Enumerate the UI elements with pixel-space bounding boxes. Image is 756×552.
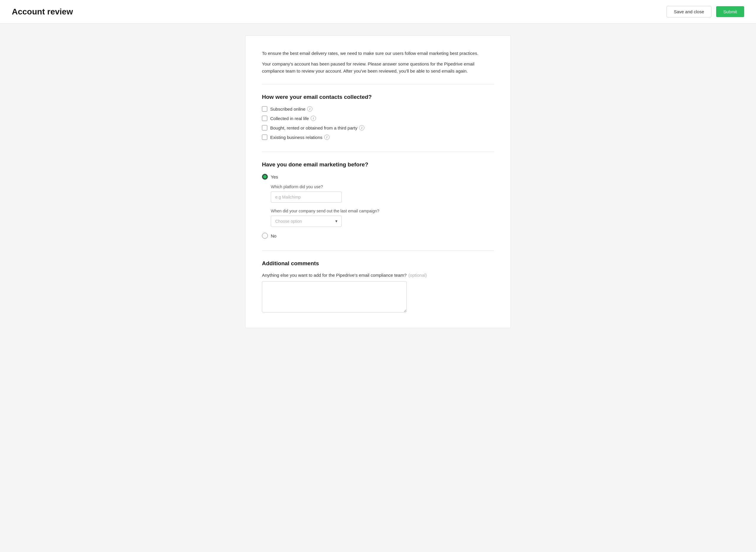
radio-item-yes: Yes Which platform did you use? When did…	[262, 174, 494, 227]
email-marketing-title: Have you done email marketing before?	[262, 161, 494, 168]
existing-business-info-icon[interactable]: i	[324, 135, 330, 140]
platform-field: Which platform did you use?	[271, 184, 494, 203]
intro-line1: To ensure the best email delivery rates,…	[262, 50, 494, 57]
divider-3	[262, 251, 494, 251]
email-marketing-radio-group: Yes Which platform did you use? When did…	[262, 174, 494, 239]
contacts-collected-title: How were your email contacts collected?	[262, 94, 494, 100]
form-card: To ensure the best email delivery rates,…	[245, 35, 511, 328]
page-header: Account review Save and close Submit	[0, 0, 756, 24]
checkbox-existing-business-input[interactable]	[262, 135, 267, 140]
header-actions: Save and close Submit	[666, 6, 744, 17]
divider-1	[262, 84, 494, 85]
intro-line2: Your company's account has been paused f…	[262, 60, 494, 75]
additional-comments-title: Additional comments	[262, 260, 494, 267]
radio-no-text: No	[271, 233, 277, 238]
divider-2	[262, 152, 494, 152]
last-campaign-select-wrapper: Choose option Last week Last month Last …	[271, 216, 342, 227]
submit-button[interactable]: Submit	[716, 6, 744, 17]
additional-comments-section: Additional comments Anything else you wa…	[262, 260, 494, 314]
bought-rented-info-icon[interactable]: i	[359, 125, 364, 130]
radio-yes-label[interactable]: Yes	[262, 174, 494, 180]
checkbox-existing-business-label: Existing business relations	[270, 135, 322, 140]
platform-label: Which platform did you use?	[271, 184, 494, 189]
platform-input[interactable]	[271, 191, 342, 203]
last-campaign-label: When did your company send out the last …	[271, 209, 494, 213]
checkbox-bought-rented-label: Bought, rented or obtained from a third …	[270, 125, 357, 130]
last-campaign-select[interactable]: Choose option Last week Last month Last …	[271, 216, 342, 227]
checkbox-subscribed-online[interactable]: Subscribed online i	[262, 106, 494, 112]
page-title: Account review	[12, 7, 73, 16]
main-content: To ensure the best email delivery rates,…	[0, 24, 756, 340]
checkbox-bought-rented[interactable]: Bought, rented or obtained from a third …	[262, 125, 494, 130]
intro-section: To ensure the best email delivery rates,…	[262, 50, 494, 75]
checkbox-bought-rented-input[interactable]	[262, 125, 267, 130]
comment-question: Anything else you want to add for the Pi…	[262, 273, 494, 278]
optional-label: (optional)	[408, 273, 427, 278]
radio-no-input[interactable]	[262, 233, 268, 239]
collected-real-life-info-icon[interactable]: i	[311, 116, 316, 121]
contacts-collected-section: How were your email contacts collected? …	[262, 94, 494, 140]
checkbox-collected-real-life[interactable]: Collected in real life i	[262, 116, 494, 121]
contacts-checkbox-group: Subscribed online i Collected in real li…	[262, 106, 494, 140]
save-close-button[interactable]: Save and close	[666, 6, 712, 17]
last-campaign-field: When did your company send out the last …	[271, 209, 494, 227]
checkbox-subscribed-online-input[interactable]	[262, 106, 267, 112]
radio-no-label[interactable]: No	[262, 233, 494, 239]
email-marketing-section: Have you done email marketing before? Ye…	[262, 161, 494, 239]
yes-sub-content: Which platform did you use? When did you…	[271, 184, 494, 227]
checkbox-collected-real-life-label: Collected in real life	[270, 116, 309, 121]
checkbox-existing-business[interactable]: Existing business relations i	[262, 135, 494, 140]
checkbox-subscribed-online-label: Subscribed online	[270, 107, 305, 112]
checkbox-collected-real-life-input[interactable]	[262, 116, 267, 121]
subscribed-online-info-icon[interactable]: i	[307, 106, 312, 112]
radio-item-no: No	[262, 233, 494, 239]
radio-yes-text: Yes	[271, 174, 278, 179]
additional-comments-textarea[interactable]	[262, 281, 407, 312]
radio-yes-input[interactable]	[262, 174, 268, 180]
